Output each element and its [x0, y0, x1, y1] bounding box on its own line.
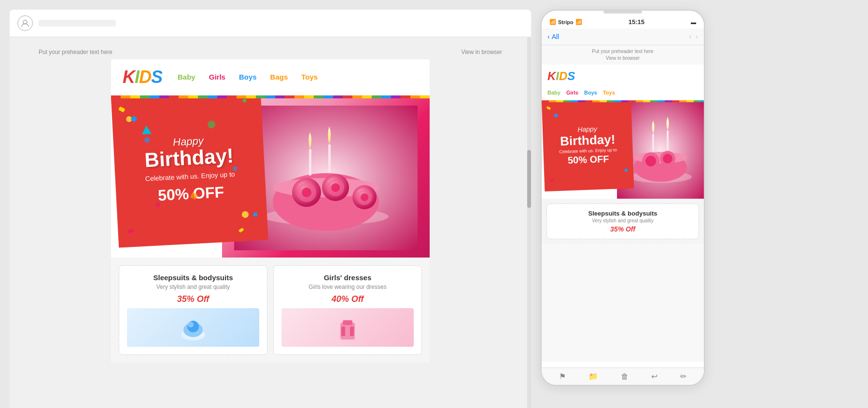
logo-k: K	[123, 67, 135, 87]
birthday-card: Happy Birthday! Celebrate with us. Enjoy…	[111, 98, 268, 248]
phone-status-bar: 📶 Stripo 📶 15:15 ▬	[542, 15, 704, 28]
nav-item-toys[interactable]: Toys	[301, 73, 318, 82]
phone-happy-text: Happy	[577, 125, 597, 133]
product-card-1: Sleepsuits & bodysuits Very stylish and …	[119, 265, 267, 355]
phone-hero: Happy Birthday! Celebrate with us. Enjoy…	[542, 102, 704, 199]
phone-preheader-text: Put your preheader text here	[547, 48, 698, 55]
phone-back-button[interactable]: ‹ All	[547, 33, 559, 41]
wifi-icon: 📶	[575, 19, 582, 25]
status-right: ▬	[691, 19, 696, 25]
nav-item-girls[interactable]: Girls	[209, 73, 225, 82]
product-1-subtitle: Very stylish and great quality	[127, 284, 259, 290]
compose-icon[interactable]: ✏	[680, 372, 686, 381]
carrier-label: Stripo	[558, 19, 574, 25]
confetti-4	[127, 229, 134, 233]
confetti-2	[130, 116, 137, 122]
nav-toys-link[interactable]: Toys	[301, 73, 318, 81]
email-preview-panel: Put your preheader text here View in bro…	[10, 10, 531, 408]
status-time: 15:15	[629, 18, 644, 26]
logo-i: I	[135, 67, 139, 87]
carrier-name: 📶	[549, 19, 556, 25]
phone-product-card: Sleepsuits & bodysuits Very stylish and …	[546, 204, 699, 239]
preheader-text: Put your preheader text here	[39, 49, 112, 55]
phone-nav-bar: ‹ All ‹ ›	[542, 28, 704, 45]
confetti-3	[242, 98, 246, 102]
product-2-title: Girls' dresses	[281, 273, 414, 282]
phone-baby-link[interactable]: Baby	[547, 90, 560, 95]
phone-toys-link[interactable]: Toys	[603, 90, 615, 95]
reply-icon[interactable]: ↩	[651, 372, 658, 381]
logo-d: D	[139, 67, 151, 87]
phone-birthday-text: Birthday!	[560, 132, 616, 149]
logo-s: S	[151, 67, 162, 87]
phone-nav-arrows: ‹ ›	[689, 32, 698, 41]
view-in-browser-link[interactable]: View in browser	[462, 49, 502, 55]
phone-confetti-4	[624, 168, 628, 172]
svg-rect-33	[652, 134, 654, 152]
nav-links: Baby Girls Boys Bags Toys	[178, 73, 318, 82]
phone-discount-text: 50% OFF	[568, 153, 609, 166]
email-content: Put your preheader text here View in bro…	[10, 37, 531, 408]
svg-point-7	[302, 188, 311, 197]
nav-item-baby[interactable]: Baby	[178, 73, 196, 82]
phone-nav-boys[interactable]: Boys	[584, 88, 597, 96]
phone-product-section: Sleepsuits & bodysuits Very stylish and …	[542, 199, 704, 244]
phone-email-content: Put your preheader text here View in bro…	[542, 45, 704, 362]
confetti-1	[118, 107, 125, 113]
product-section: Sleepsuits & bodysuits Very stylish and …	[111, 258, 430, 363]
phone-girls-link[interactable]: Girls	[566, 90, 578, 95]
celebrate-text: Celebrate with us. Enjoy up to	[145, 170, 235, 184]
flag-icon[interactable]: ⚑	[559, 372, 566, 381]
scrollbar[interactable]	[527, 37, 531, 408]
svg-rect-16	[328, 144, 331, 173]
folder-icon[interactable]: 📁	[588, 372, 598, 381]
kids-logo: KIDS	[123, 67, 162, 87]
nav-girls-link[interactable]: Girls	[209, 73, 225, 81]
email-body: KIDS Baby Girls Boys Bags Toys	[111, 59, 430, 363]
svg-rect-24	[350, 326, 354, 336]
product-2-image	[281, 308, 414, 347]
phone-confetti-2	[554, 113, 559, 118]
battery-icon: ▬	[691, 19, 696, 25]
nav-item-bags[interactable]: Bags	[270, 73, 288, 82]
back-label[interactable]: All	[552, 33, 560, 41]
birthday-text: Birthday!	[144, 146, 234, 171]
scrollbar-thumb[interactable]	[527, 150, 531, 208]
phone-product-title: Sleepsuits & bodysuits	[553, 210, 693, 217]
svg-point-32	[663, 154, 672, 163]
phone-confetti-1	[546, 106, 551, 110]
phone-boys-link[interactable]: Boys	[584, 90, 597, 95]
phone-notch	[603, 11, 642, 14]
subject-line	[39, 20, 116, 27]
phone-nav-baby[interactable]: Baby	[547, 88, 560, 96]
email-nav: KIDS Baby Girls Boys Bags Toys	[111, 59, 430, 95]
prev-arrow-icon[interactable]: ‹	[689, 32, 691, 41]
confetti-6	[238, 228, 244, 232]
svg-point-10	[331, 183, 340, 192]
product-2-discount: 40% Off	[281, 294, 414, 304]
phone-logo-d: D	[559, 69, 567, 82]
phone-preheader: Put your preheader text here View in bro…	[542, 45, 704, 65]
phone-logo-k: K	[547, 69, 556, 82]
nav-boys-link[interactable]: Boys	[239, 73, 257, 81]
nav-baby-link[interactable]: Baby	[178, 73, 196, 81]
phone-confetti-3	[550, 179, 554, 182]
svg-rect-15	[309, 149, 311, 176]
trash-icon[interactable]: 🗑	[621, 372, 629, 381]
status-left: 📶 Stripo 📶	[549, 19, 582, 25]
nav-bags-link[interactable]: Bags	[270, 73, 288, 81]
nav-item-boys[interactable]: Boys	[239, 73, 257, 82]
svg-point-20	[188, 322, 194, 327]
sender-avatar	[17, 15, 33, 31]
next-arrow-icon[interactable]: ›	[696, 32, 698, 41]
svg-point-13	[361, 193, 368, 201]
phone-birthday-card: Happy Birthday! Celebrate with us. Enjoy…	[542, 102, 634, 191]
phone-view-browser[interactable]: View in browser	[547, 55, 698, 62]
phone-nav-girls[interactable]: Girls	[566, 88, 578, 96]
phone-nav-toys[interactable]: Toys	[603, 88, 615, 96]
product-1-image	[127, 308, 259, 347]
back-chevron-icon: ‹	[547, 33, 550, 41]
phone-bottom-bar: ⚑ 📁 🗑 ↩ ✏	[542, 367, 704, 385]
phone-nav-links: Baby Girls Boys Toys	[542, 88, 704, 100]
phone-logo-i: I	[556, 69, 559, 82]
